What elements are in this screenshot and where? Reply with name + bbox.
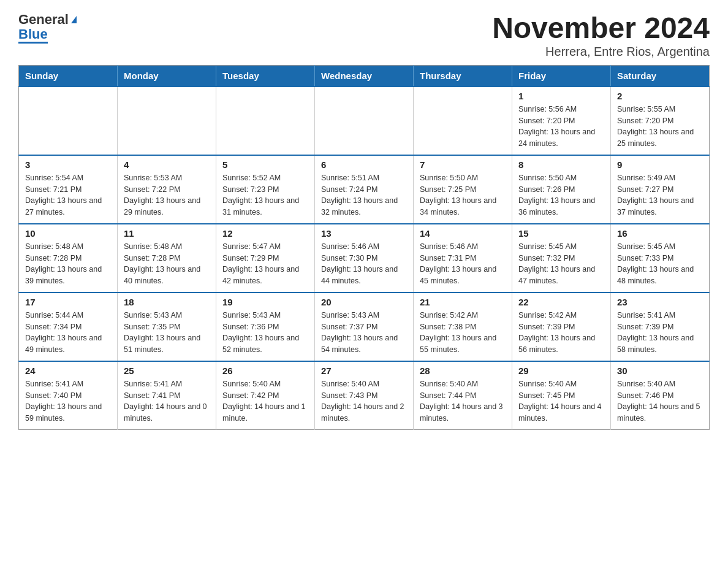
week-row-5: 24Sunrise: 5:41 AMSunset: 7:40 PMDayligh…: [19, 361, 710, 430]
day-info: Sunrise: 5:45 AMSunset: 7:32 PMDaylight:…: [518, 241, 604, 287]
column-header-saturday: Saturday: [611, 65, 710, 86]
day-info: Sunrise: 5:40 AMSunset: 7:46 PMDaylight:…: [617, 378, 703, 424]
day-info: Sunrise: 5:53 AMSunset: 7:22 PMDaylight:…: [124, 172, 210, 218]
day-cell: 1Sunrise: 5:56 AMSunset: 7:20 PMDaylight…: [512, 86, 611, 155]
day-number: 30: [617, 366, 703, 376]
day-cell: 15Sunrise: 5:45 AMSunset: 7:32 PMDayligh…: [512, 224, 611, 293]
day-cell: 25Sunrise: 5:41 AMSunset: 7:41 PMDayligh…: [118, 361, 216, 430]
column-header-tuesday: Tuesday: [216, 65, 315, 86]
day-cell: 10Sunrise: 5:48 AMSunset: 7:28 PMDayligh…: [19, 224, 118, 293]
day-info: Sunrise: 5:55 AMSunset: 7:20 PMDaylight:…: [617, 104, 703, 150]
day-number: 10: [25, 228, 111, 239]
day-info: Sunrise: 5:54 AMSunset: 7:21 PMDaylight:…: [25, 172, 111, 218]
day-info: Sunrise: 5:48 AMSunset: 7:28 PMDaylight:…: [124, 241, 210, 287]
day-cell: 28Sunrise: 5:40 AMSunset: 7:44 PMDayligh…: [414, 361, 512, 430]
column-header-wednesday: Wednesday: [315, 65, 414, 86]
day-number: 20: [321, 297, 407, 307]
day-info: Sunrise: 5:45 AMSunset: 7:33 PMDaylight:…: [617, 241, 703, 287]
day-info: Sunrise: 5:46 AMSunset: 7:30 PMDaylight:…: [321, 241, 407, 287]
day-info: Sunrise: 5:52 AMSunset: 7:23 PMDaylight:…: [222, 172, 308, 218]
day-cell: 4Sunrise: 5:53 AMSunset: 7:22 PMDaylight…: [118, 155, 216, 224]
day-number: 9: [617, 159, 703, 170]
day-cell: [19, 86, 118, 155]
day-cell: 24Sunrise: 5:41 AMSunset: 7:40 PMDayligh…: [19, 361, 118, 430]
day-number: 27: [321, 366, 407, 376]
day-cell: 22Sunrise: 5:42 AMSunset: 7:39 PMDayligh…: [512, 293, 611, 361]
day-cell: 19Sunrise: 5:43 AMSunset: 7:36 PMDayligh…: [216, 293, 315, 361]
day-cell: 21Sunrise: 5:42 AMSunset: 7:38 PMDayligh…: [414, 293, 512, 361]
day-number: 25: [124, 366, 210, 376]
logo: General Blue: [18, 12, 77, 44]
day-number: 7: [420, 159, 506, 170]
day-cell: 3Sunrise: 5:54 AMSunset: 7:21 PMDaylight…: [19, 155, 118, 224]
day-number: 13: [321, 228, 407, 239]
day-info: Sunrise: 5:43 AMSunset: 7:35 PMDaylight:…: [124, 310, 210, 356]
day-info: Sunrise: 5:40 AMSunset: 7:43 PMDaylight:…: [321, 378, 407, 424]
day-cell: 2Sunrise: 5:55 AMSunset: 7:20 PMDaylight…: [611, 86, 710, 155]
day-number: 14: [420, 228, 506, 239]
day-number: 28: [420, 366, 506, 376]
day-cell: [118, 86, 216, 155]
day-cell: [216, 86, 315, 155]
day-number: 21: [420, 297, 506, 307]
day-number: 8: [518, 159, 604, 170]
day-cell: [315, 86, 414, 155]
column-header-friday: Friday: [512, 65, 611, 86]
column-header-monday: Monday: [118, 65, 216, 86]
day-number: 4: [124, 159, 210, 170]
day-number: 2: [617, 91, 703, 101]
day-info: Sunrise: 5:48 AMSunset: 7:28 PMDaylight:…: [25, 241, 111, 287]
day-number: 17: [25, 297, 111, 307]
day-info: Sunrise: 5:46 AMSunset: 7:31 PMDaylight:…: [420, 241, 506, 287]
day-number: 3: [25, 159, 111, 170]
day-number: 11: [124, 228, 210, 239]
day-number: 23: [617, 297, 703, 307]
logo-triangle-icon: [71, 16, 77, 23]
day-cell: 27Sunrise: 5:40 AMSunset: 7:43 PMDayligh…: [315, 361, 414, 430]
day-info: Sunrise: 5:50 AMSunset: 7:26 PMDaylight:…: [518, 172, 604, 218]
column-header-sunday: Sunday: [19, 65, 118, 86]
day-cell: 13Sunrise: 5:46 AMSunset: 7:30 PMDayligh…: [315, 224, 414, 293]
column-header-thursday: Thursday: [414, 65, 512, 86]
calendar-table: SundayMondayTuesdayWednesdayThursdayFrid…: [18, 65, 710, 430]
week-row-4: 17Sunrise: 5:44 AMSunset: 7:34 PMDayligh…: [19, 293, 710, 361]
day-cell: 29Sunrise: 5:40 AMSunset: 7:45 PMDayligh…: [512, 361, 611, 430]
day-info: Sunrise: 5:51 AMSunset: 7:24 PMDaylight:…: [321, 172, 407, 218]
day-info: Sunrise: 5:41 AMSunset: 7:40 PMDaylight:…: [25, 378, 111, 424]
day-cell: 5Sunrise: 5:52 AMSunset: 7:23 PMDaylight…: [216, 155, 315, 224]
day-cell: 26Sunrise: 5:40 AMSunset: 7:42 PMDayligh…: [216, 361, 315, 430]
calendar-header-row: SundayMondayTuesdayWednesdayThursdayFrid…: [19, 65, 710, 86]
calendar-subtitle: Herrera, Entre Rios, Argentina: [492, 45, 710, 59]
day-info: Sunrise: 5:56 AMSunset: 7:20 PMDaylight:…: [518, 104, 604, 150]
logo-blue: Blue: [18, 27, 48, 44]
logo-general: General: [18, 12, 69, 27]
day-number: 16: [617, 228, 703, 239]
day-info: Sunrise: 5:44 AMSunset: 7:34 PMDaylight:…: [25, 310, 111, 356]
day-cell: 20Sunrise: 5:43 AMSunset: 7:37 PMDayligh…: [315, 293, 414, 361]
calendar-title: November 2024: [492, 12, 710, 45]
title-block: November 2024 Herrera, Entre Rios, Argen…: [492, 12, 710, 59]
day-number: 18: [124, 297, 210, 307]
day-cell: 11Sunrise: 5:48 AMSunset: 7:28 PMDayligh…: [118, 224, 216, 293]
day-info: Sunrise: 5:47 AMSunset: 7:29 PMDaylight:…: [222, 241, 308, 287]
day-number: 15: [518, 228, 604, 239]
day-info: Sunrise: 5:43 AMSunset: 7:36 PMDaylight:…: [222, 310, 308, 356]
day-info: Sunrise: 5:40 AMSunset: 7:44 PMDaylight:…: [420, 378, 506, 424]
day-number: 22: [518, 297, 604, 307]
day-number: 24: [25, 366, 111, 376]
day-number: 29: [518, 366, 604, 376]
day-cell: 7Sunrise: 5:50 AMSunset: 7:25 PMDaylight…: [414, 155, 512, 224]
day-cell: 18Sunrise: 5:43 AMSunset: 7:35 PMDayligh…: [118, 293, 216, 361]
day-cell: [414, 86, 512, 155]
day-cell: 8Sunrise: 5:50 AMSunset: 7:26 PMDaylight…: [512, 155, 611, 224]
day-info: Sunrise: 5:42 AMSunset: 7:39 PMDaylight:…: [518, 310, 604, 356]
day-info: Sunrise: 5:50 AMSunset: 7:25 PMDaylight:…: [420, 172, 506, 218]
day-cell: 30Sunrise: 5:40 AMSunset: 7:46 PMDayligh…: [611, 361, 710, 430]
day-cell: 6Sunrise: 5:51 AMSunset: 7:24 PMDaylight…: [315, 155, 414, 224]
week-row-1: 1Sunrise: 5:56 AMSunset: 7:20 PMDaylight…: [19, 86, 710, 155]
day-info: Sunrise: 5:40 AMSunset: 7:42 PMDaylight:…: [222, 378, 308, 424]
day-number: 5: [222, 159, 308, 170]
day-info: Sunrise: 5:43 AMSunset: 7:37 PMDaylight:…: [321, 310, 407, 356]
day-cell: 9Sunrise: 5:49 AMSunset: 7:27 PMDaylight…: [611, 155, 710, 224]
day-number: 12: [222, 228, 308, 239]
